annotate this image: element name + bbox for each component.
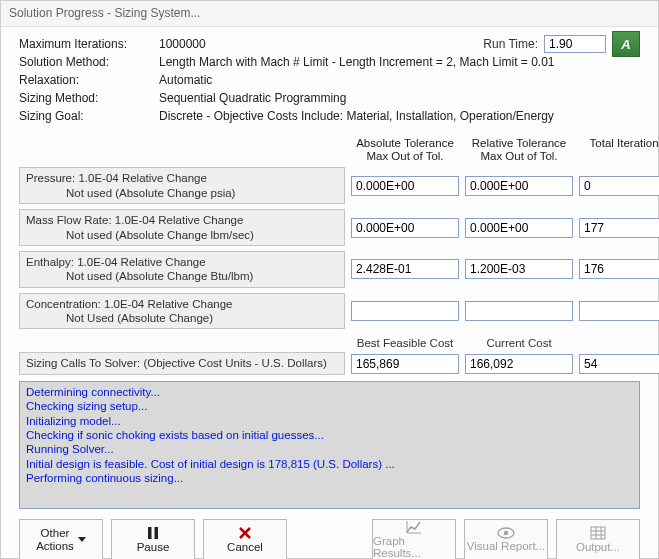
param-row: Enthalpy: 1.0E-04 Relative ChangeNot use… (19, 251, 640, 288)
param-sub-label: Not used (Absolute Change lbm/sec) (26, 228, 338, 242)
table-icon (590, 526, 606, 540)
cancel-button[interactable]: Cancel (203, 519, 287, 559)
sizing-method-value: Sequential Quadratic Programming (159, 91, 640, 105)
rel-tol-field[interactable] (465, 259, 573, 279)
current-cost-header: Current Cost (465, 337, 573, 349)
content-area: Run Time: A Maximum Iterations: 1000000 … (1, 27, 658, 559)
svg-point-7 (504, 531, 509, 536)
cost-row: Sizing Calls To Solver: (Objective Cost … (19, 352, 640, 374)
graph-results-button: Graph Results... (372, 519, 456, 559)
abs-tol-field[interactable] (351, 259, 459, 279)
log-line: Checking sizing setup... (26, 399, 633, 413)
sizing-calls-field[interactable] (579, 354, 659, 374)
log-line: Initial design is feasible. Cost of init… (26, 457, 633, 471)
log-line: Running Solver... (26, 442, 633, 456)
solution-method-value: Length March with Mach # Limit - Length … (159, 55, 640, 69)
abs-tol-field[interactable] (351, 176, 459, 196)
param-sub-label: Not used (Absolute Change psia) (26, 186, 338, 200)
current-cost-field[interactable] (465, 354, 573, 374)
param-label: Pressure: 1.0E-04 Relative ChangeNot use… (19, 167, 345, 204)
runtime-field[interactable] (544, 35, 606, 53)
output-label: Output... (576, 541, 620, 553)
pause-label: Pause (137, 541, 170, 553)
relaxation-value: Automatic (159, 73, 640, 87)
chart-icon (406, 520, 422, 534)
svg-rect-1 (155, 527, 159, 539)
eye-icon (497, 527, 515, 539)
chevron-down-icon (78, 537, 86, 542)
cancel-icon (238, 526, 252, 540)
runtime-label: Run Time: (483, 37, 538, 51)
abs-tol-field[interactable] (351, 218, 459, 238)
best-cost-field[interactable] (351, 354, 459, 374)
log-line: Initializing model... (26, 414, 633, 428)
log-line: Determining connectivity... (26, 385, 633, 399)
log-line: Checking if sonic choking exists based o… (26, 428, 633, 442)
max-iterations-label: Maximum Iterations: (19, 37, 159, 51)
window: Solution Progress - Sizing System... Run… (0, 0, 659, 559)
pause-icon (146, 526, 160, 540)
param-label: Mass Flow Rate: 1.0E-04 Relative ChangeN… (19, 209, 345, 246)
sizing-goal-value: Discrete - Objective Costs Include: Mate… (159, 109, 640, 123)
other-actions-label: Other Actions (36, 527, 74, 553)
button-bar: Other Actions Pause Cancel (19, 519, 640, 559)
rel-tol-field[interactable] (465, 218, 573, 238)
param-main-label: Pressure: 1.0E-04 Relative Change (26, 172, 207, 184)
visual-report-label: Visual Report... (467, 540, 545, 552)
param-main-label: Concentration: 1.0E-04 Relative Change (26, 298, 233, 310)
param-main-label: Mass Flow Rate: 1.0E-04 Relative Change (26, 214, 243, 226)
sizing-goal-label: Sizing Goal: (19, 109, 159, 123)
abs-tol-header: Absolute Tolerance Max Out of Tol. (351, 137, 459, 163)
pause-button[interactable]: Pause (111, 519, 195, 559)
svg-rect-0 (148, 527, 152, 539)
sizing-method-label: Sizing Method: (19, 91, 159, 105)
param-sub-label: Not Used (Absolute Change) (26, 311, 338, 325)
abs-tol-field[interactable] (351, 301, 459, 321)
progress-log[interactable]: Determining connectivity...Checking sizi… (19, 381, 640, 509)
param-row: Concentration: 1.0E-04 Relative ChangeNo… (19, 293, 640, 330)
rel-tol-field[interactable] (465, 176, 573, 196)
output-button: Output... (556, 519, 640, 559)
window-title: Solution Progress - Sizing System... (1, 1, 658, 27)
runtime-block: Run Time: A (483, 31, 640, 57)
total-iter-field[interactable] (579, 259, 659, 279)
total-iter-field[interactable] (579, 301, 659, 321)
param-row: Pressure: 1.0E-04 Relative ChangeNot use… (19, 167, 640, 204)
tolerance-headers: Absolute Tolerance Max Out of Tol. Relat… (19, 137, 640, 163)
param-label: Concentration: 1.0E-04 Relative ChangeNo… (19, 293, 345, 330)
total-iter-field[interactable] (579, 218, 659, 238)
total-iter-field[interactable] (579, 176, 659, 196)
cancel-label: Cancel (227, 541, 263, 553)
visual-report-button: Visual Report... (464, 519, 548, 559)
sizing-calls-label: Sizing Calls To Solver: (Objective Cost … (19, 352, 345, 374)
solution-method-label: Solution Method: (19, 55, 159, 69)
other-actions-button[interactable]: Other Actions (19, 519, 103, 559)
param-label: Enthalpy: 1.0E-04 Relative ChangeNot use… (19, 251, 345, 288)
cost-headers: Best Feasible Cost Current Cost (19, 337, 640, 349)
log-line: Performing continuous sizing... (26, 471, 633, 485)
app-logo-icon: A (612, 31, 640, 57)
rel-tol-field[interactable] (465, 301, 573, 321)
rel-tol-header: Relative Tolerance Max Out of Tol. (465, 137, 573, 163)
relaxation-label: Relaxation: (19, 73, 159, 87)
param-main-label: Enthalpy: 1.0E-04 Relative Change (26, 256, 206, 268)
total-iter-header: Total Iterations (579, 137, 659, 163)
graph-results-label: Graph Results... (373, 535, 455, 559)
param-sub-label: Not used (Absolute Change Btu/lbm) (26, 269, 338, 283)
best-cost-header: Best Feasible Cost (351, 337, 459, 349)
svg-rect-8 (591, 527, 605, 539)
param-row: Mass Flow Rate: 1.0E-04 Relative ChangeN… (19, 209, 640, 246)
